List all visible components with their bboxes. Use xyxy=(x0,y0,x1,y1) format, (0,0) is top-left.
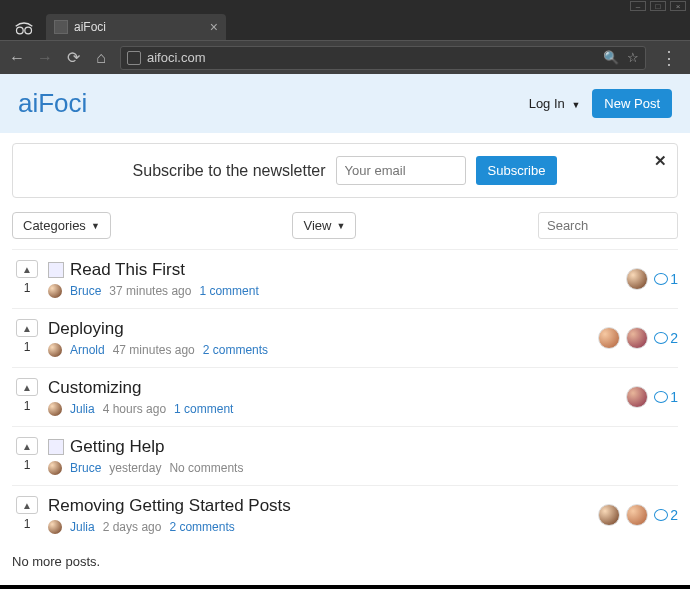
comments-link[interactable]: No comments xyxy=(169,461,243,475)
site-info-icon[interactable] xyxy=(127,51,141,65)
vote-widget: ▲1 xyxy=(12,260,42,295)
commenter-avatar[interactable] xyxy=(598,327,620,349)
comment-bubble-icon xyxy=(654,273,668,285)
post-row: ▲1DeployingArnold47 minutes ago2 comment… xyxy=(12,308,678,367)
newsletter-banner: Subscribe to the newsletter Subscribe ✕ xyxy=(12,143,678,198)
svg-point-0 xyxy=(17,27,24,34)
vote-count: 1 xyxy=(12,340,42,354)
window-minimize-button[interactable]: – xyxy=(630,1,646,11)
comment-bubble-icon xyxy=(654,391,668,403)
post-row: ▲1Read This FirstBruce37 minutes ago1 co… xyxy=(12,249,678,308)
author-avatar[interactable] xyxy=(48,402,62,416)
author-avatar[interactable] xyxy=(48,461,62,475)
bookmark-star-icon[interactable]: ☆ xyxy=(627,50,639,65)
commenter-avatar[interactable] xyxy=(626,268,648,290)
favicon-icon xyxy=(54,20,68,34)
comment-count-link[interactable]: 2 xyxy=(654,507,678,523)
author-link[interactable]: Bruce xyxy=(70,461,101,475)
post-right: 2 xyxy=(598,504,678,526)
author-link[interactable]: Julia xyxy=(70,520,95,534)
home-button[interactable]: ⌂ xyxy=(92,49,110,67)
upvote-button[interactable]: ▲ xyxy=(16,496,38,514)
comments-link[interactable]: 1 comment xyxy=(174,402,233,416)
window-close-button[interactable]: × xyxy=(670,1,686,11)
commenter-avatar[interactable] xyxy=(626,327,648,349)
view-label: View xyxy=(303,218,331,233)
url-bar[interactable]: aifoci.com 🔍 ☆ xyxy=(120,46,646,70)
login-label: Log In xyxy=(529,96,565,111)
post-time: 2 days ago xyxy=(103,520,162,534)
post-time: 47 minutes ago xyxy=(113,343,195,357)
comment-count-link[interactable]: 1 xyxy=(654,271,678,287)
reload-button[interactable]: ⟳ xyxy=(64,48,82,67)
zoom-icon[interactable]: 🔍 xyxy=(603,50,619,65)
chevron-down-icon: ▼ xyxy=(571,100,580,110)
vote-count: 1 xyxy=(12,458,42,472)
post-time: yesterday xyxy=(109,461,161,475)
author-avatar[interactable] xyxy=(48,520,62,534)
new-post-button[interactable]: New Post xyxy=(592,89,672,118)
forward-button: → xyxy=(36,49,54,67)
comment-bubble-icon xyxy=(654,509,668,521)
post-right: 1 xyxy=(626,386,678,408)
browser-tab[interactable]: aiFoci × xyxy=(46,14,226,40)
site-header: aiFoci Log In ▼ New Post xyxy=(0,74,690,133)
upvote-button[interactable]: ▲ xyxy=(16,260,38,278)
vote-count: 1 xyxy=(12,281,42,295)
vote-widget: ▲1 xyxy=(12,437,42,472)
chevron-down-icon: ▼ xyxy=(336,221,345,231)
login-dropdown[interactable]: Log In ▼ xyxy=(529,96,581,111)
categories-dropdown[interactable]: Categories ▼ xyxy=(12,212,111,239)
post-title-link[interactable]: Customizing xyxy=(48,378,142,398)
window-maximize-button[interactable]: □ xyxy=(650,1,666,11)
upvote-button[interactable]: ▲ xyxy=(16,319,38,337)
tab-close-button[interactable]: × xyxy=(210,19,218,35)
window-titlebar: – □ × xyxy=(0,0,690,12)
author-link[interactable]: Julia xyxy=(70,402,95,416)
browser-toolbar: ← → ⟳ ⌂ aifoci.com 🔍 ☆ ⋮ xyxy=(0,40,690,74)
tab-strip: aiFoci × xyxy=(0,12,690,40)
post-row: ▲1Getting HelpBruceyesterdayNo comments xyxy=(12,426,678,485)
author-link[interactable]: Bruce xyxy=(70,284,101,298)
vote-widget: ▲1 xyxy=(12,378,42,413)
search-input[interactable] xyxy=(538,212,678,239)
post-time: 37 minutes ago xyxy=(109,284,191,298)
back-button[interactable]: ← xyxy=(8,49,26,67)
comments-link[interactable]: 2 comments xyxy=(169,520,234,534)
comment-bubble-icon xyxy=(654,332,668,344)
post-time: 4 hours ago xyxy=(103,402,166,416)
comment-count-link[interactable]: 2 xyxy=(654,330,678,346)
site-logo[interactable]: aiFoci xyxy=(18,88,87,119)
post-title-link[interactable]: Removing Getting Started Posts xyxy=(48,496,291,516)
commenter-avatar[interactable] xyxy=(626,504,648,526)
posts-list: ▲1Read This FirstBruce37 minutes ago1 co… xyxy=(12,249,678,544)
commenter-avatar[interactable] xyxy=(626,386,648,408)
incognito-icon xyxy=(8,16,40,40)
no-more-posts-label: No more posts. xyxy=(12,544,678,579)
post-row: ▲1CustomizingJulia4 hours ago1 comment1 xyxy=(12,367,678,426)
chevron-down-icon: ▼ xyxy=(91,221,100,231)
browser-menu-button[interactable]: ⋮ xyxy=(656,47,682,69)
site-footer: Powered by Telescope xyxy=(12,579,678,585)
vote-count: 1 xyxy=(12,517,42,531)
author-link[interactable]: Arnold xyxy=(70,343,105,357)
categories-label: Categories xyxy=(23,218,86,233)
author-avatar[interactable] xyxy=(48,284,62,298)
commenter-avatar[interactable] xyxy=(598,504,620,526)
vote-widget: ▲1 xyxy=(12,319,42,354)
post-thumbnail xyxy=(48,262,64,278)
author-avatar[interactable] xyxy=(48,343,62,357)
post-title-link[interactable]: Deploying xyxy=(48,319,124,339)
view-dropdown[interactable]: View ▼ xyxy=(292,212,356,239)
subscribe-button[interactable]: Subscribe xyxy=(476,156,558,185)
comments-link[interactable]: 1 comment xyxy=(199,284,258,298)
comment-count-link[interactable]: 1 xyxy=(654,389,678,405)
url-text: aifoci.com xyxy=(147,50,206,65)
upvote-button[interactable]: ▲ xyxy=(16,378,38,396)
post-title-link[interactable]: Read This First xyxy=(70,260,185,280)
newsletter-email-input[interactable] xyxy=(336,156,466,185)
close-icon[interactable]: ✕ xyxy=(654,152,667,170)
upvote-button[interactable]: ▲ xyxy=(16,437,38,455)
comments-link[interactable]: 2 comments xyxy=(203,343,268,357)
post-title-link[interactable]: Getting Help xyxy=(70,437,165,457)
